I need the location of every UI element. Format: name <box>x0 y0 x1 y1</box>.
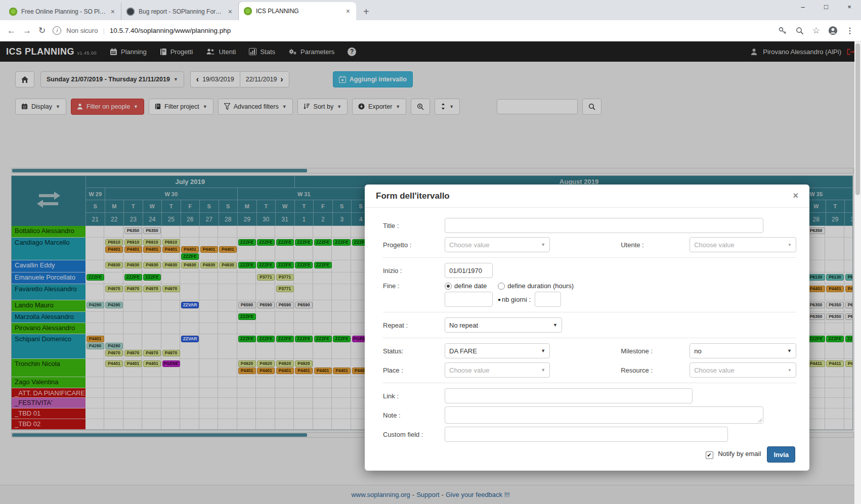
place-select[interactable]: Choose value▼ <box>445 362 550 378</box>
task-label[interactable]: P4401 <box>181 246 199 253</box>
scrollbar-thumb[interactable] <box>12 433 307 437</box>
resize-handle-icon[interactable] <box>757 418 762 422</box>
task-label[interactable]: P4970 <box>143 286 161 292</box>
task-label[interactable]: P4401 <box>276 368 294 374</box>
task-label[interactable]: P6590 <box>238 302 256 308</box>
notify-by-email-option[interactable]: ✔ Notify by email <box>706 450 761 459</box>
zoom-button[interactable] <box>411 99 430 115</box>
milestone-select[interactable]: no▼ <box>690 343 796 358</box>
custom-field-input[interactable] <box>445 427 728 442</box>
task-label[interactable]: ZZZFE <box>314 239 332 246</box>
person-row-label[interactable]: Tronchin Nicola <box>12 359 85 377</box>
task-label[interactable]: P4970 <box>143 350 161 356</box>
task-label[interactable]: P4930 <box>162 262 180 268</box>
task-label[interactable]: P4920 <box>238 360 256 367</box>
define-date-radio[interactable] <box>445 283 452 290</box>
task-label[interactable]: P4920 <box>257 360 275 367</box>
task-label[interactable]: P4290 <box>105 343 123 349</box>
add-interval-button[interactable]: Aggiungi intervallo <box>333 71 413 87</box>
tab-forum[interactable]: Bug report - SOPlanning Forum × <box>121 3 239 20</box>
task-label[interactable]: P4401 <box>807 286 825 292</box>
task-label[interactable]: ZZZFE <box>276 262 294 268</box>
task-label[interactable]: ZZZFE <box>257 239 275 246</box>
person-row-label[interactable]: Zago Valentina <box>12 377 85 388</box>
task-label[interactable]: P4930 <box>124 262 142 268</box>
task-label[interactable]: P4411 <box>845 360 853 367</box>
task-label[interactable]: ZZZFE <box>333 336 351 342</box>
sort-by-dropdown[interactable]: Sort by▼ <box>297 99 348 115</box>
resource-select[interactable]: Choose value▼ <box>690 362 796 378</box>
task-label[interactable]: ZZZFE <box>257 336 275 342</box>
task-label[interactable]: P4290 <box>87 302 104 308</box>
utente-input[interactable]: Choose value▼ <box>690 237 796 252</box>
person-row-label[interactable]: Bottalico Alessandro <box>12 226 85 238</box>
nav-item-stats[interactable]: Stats <box>249 48 275 56</box>
scrollbar-thumb[interactable] <box>12 169 307 172</box>
task-label[interactable]: ZZZFE <box>295 336 313 342</box>
task-label[interactable]: ZZZFE <box>238 336 256 342</box>
support-link[interactable]: Support <box>416 491 440 498</box>
current-user-label[interactable]: Pirovano Alessandro (AlPi) <box>763 48 841 56</box>
new-tab-button[interactable]: + <box>356 3 376 20</box>
task-label[interactable]: P6350 <box>807 227 825 234</box>
top-horizontal-scrollbar[interactable] <box>11 168 854 173</box>
back-icon[interactable]: ← <box>7 26 16 36</box>
task-label[interactable]: ZZZFE <box>276 239 294 246</box>
task-label[interactable]: ZZZFE <box>276 336 294 342</box>
nav-item-parameters[interactable]: Parameters <box>288 48 334 56</box>
task-label[interactable]: P3771 <box>276 286 294 292</box>
bookmark-star-icon[interactable]: ☆ <box>812 25 820 36</box>
tab-close-icon[interactable]: × <box>110 8 116 16</box>
person-row-label[interactable]: Schipani Domenico <box>12 334 85 359</box>
task-label[interactable]: P6910 <box>124 239 142 246</box>
window-maximize-button[interactable]: □ <box>814 0 838 15</box>
task-label[interactable]: P4970 <box>105 350 123 356</box>
invia-button[interactable]: Invia <box>767 446 795 463</box>
task-label[interactable]: P6350 <box>807 313 825 320</box>
feedback-link[interactable]: Give your feedback !!! <box>446 491 509 498</box>
task-label[interactable]: P4970 <box>105 286 123 292</box>
page-vertical-scrollbar[interactable] <box>854 41 861 504</box>
display-dropdown[interactable]: Display▼ <box>15 99 66 115</box>
row-height-dropdown[interactable]: ▼ <box>435 99 460 115</box>
task-label[interactable]: P4411 <box>807 360 825 367</box>
task-label[interactable]: P4401 <box>826 286 844 292</box>
task-label[interactable]: P6350 <box>826 302 844 308</box>
person-row-label[interactable]: Emanuele Porcellato <box>12 272 85 284</box>
task-label[interactable]: P6590 <box>257 302 275 308</box>
task-label[interactable]: P4290 <box>87 343 104 349</box>
search-input[interactable] <box>497 99 578 114</box>
define-duration-radio[interactable] <box>498 283 505 290</box>
url-field[interactable]: i Non sicuro | 10.5.7.40/soplanning/www/… <box>53 26 771 35</box>
person-row-label[interactable]: _TBD 01 <box>12 408 85 419</box>
link-input[interactable] <box>445 388 693 403</box>
status-select[interactable]: DA FARE▼ <box>445 343 550 358</box>
close-icon[interactable]: × <box>793 191 798 201</box>
task-label[interactable]: ZZZFE <box>87 274 104 281</box>
tab-ics-planning[interactable]: ICS PLANNING × <box>239 2 356 20</box>
task-label[interactable]: P4401 <box>105 246 123 253</box>
task-label[interactable]: P6350 <box>124 227 142 234</box>
swap-axes-button[interactable] <box>12 176 85 226</box>
task-label[interactable]: P4970 <box>162 350 180 356</box>
task-label[interactable]: P6350 <box>807 302 825 308</box>
task-label[interactable]: P6910 <box>105 239 123 246</box>
task-label[interactable]: P4401 <box>314 368 332 374</box>
exporter-dropdown[interactable]: Exporter▼ <box>352 99 406 115</box>
task-label[interactable]: ZZZFE <box>257 262 275 268</box>
person-row-label[interactable]: _TBD 02 <box>12 419 85 430</box>
task-label[interactable]: ZZZFE <box>845 336 853 342</box>
task-label[interactable]: P4930 <box>219 262 237 268</box>
info-icon[interactable]: i <box>53 26 61 35</box>
person-row-label[interactable]: _FESTIVITA' <box>12 398 85 408</box>
task-label[interactable]: ZZVAR <box>181 302 199 308</box>
task-label[interactable]: P4401 <box>333 368 351 374</box>
task-label[interactable]: ZZZFE <box>238 262 256 268</box>
search-button[interactable] <box>582 99 601 115</box>
home-button[interactable] <box>15 71 34 87</box>
task-label[interactable]: P6130 <box>826 274 844 281</box>
task-label[interactable]: ZZZFE <box>314 262 332 268</box>
task-label[interactable]: P4401 <box>124 246 142 253</box>
task-label[interactable]: PGENE <box>162 360 180 367</box>
person-row-label[interactable]: Pirovano Alessandro <box>12 323 85 334</box>
